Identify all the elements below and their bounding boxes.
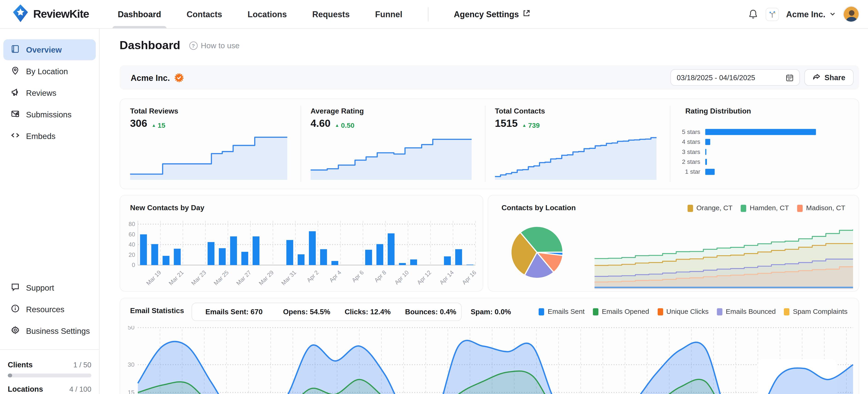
svg-text:Mar 31: Mar 31	[280, 269, 297, 286]
up-arrow-icon: ▲	[335, 123, 339, 128]
page-title: Dashboard	[120, 39, 180, 52]
company-logo-icon	[766, 8, 779, 21]
svg-text:Mar 19: Mar 19	[145, 269, 162, 286]
bounces-stat: Bounces: 0.4%	[398, 307, 463, 316]
svg-text:Mar 23: Mar 23	[190, 269, 207, 286]
sidebar-item-overview[interactable]: Overview	[3, 39, 96, 60]
contacts-by-location-line-chart	[594, 217, 853, 289]
top-header: ReviewKite Dashboard Contacts Locations …	[0, 0, 868, 29]
client-bar: Acme Inc. 03/18/2025 - 04/16/2025	[120, 65, 859, 90]
location-legend: Orange, CT Hamden, CT Madison, CT	[688, 204, 845, 212]
header-right-cluster: Acme Inc.	[748, 6, 859, 22]
rating-row-bar	[705, 149, 707, 155]
clients-label: Clients	[8, 361, 33, 369]
rating-distribution-card: Rating Distribution 5 stars4 stars3 star…	[670, 99, 860, 189]
svg-text:50: 50	[128, 326, 134, 331]
legend-swatch	[797, 204, 803, 211]
legend-emails-sent: Emails Sent	[539, 307, 585, 316]
mail-lock-icon	[10, 109, 20, 120]
account-switcher[interactable]: Acme Inc.	[786, 9, 836, 19]
rating-row-bar	[705, 168, 714, 174]
sidebar-item-by-location[interactable]: By Location	[3, 61, 96, 82]
share-icon	[813, 73, 821, 82]
legend-hamden-ct: Hamden, CT	[741, 204, 789, 212]
rating-row-label: 5 stars	[670, 128, 705, 135]
rating-row: 5 stars	[670, 127, 816, 137]
rating-row-bar	[705, 129, 816, 135]
legend-madison-ct: Madison, CT	[797, 204, 845, 212]
new-contacts-by-day-card: New Contacts by Day Mar 19Mar 21Mar 23Ma…	[120, 195, 483, 292]
brand-logo[interactable]: ReviewKite	[12, 4, 89, 25]
locations-value: 4 / 100	[69, 385, 91, 394]
book-icon	[10, 44, 20, 55]
notification-bell-icon[interactable]	[748, 9, 758, 20]
svg-text:Apr 14: Apr 14	[438, 269, 455, 286]
nav-agency-settings[interactable]: Agency Settings	[454, 9, 531, 19]
main-content: Dashboard ? How to use Acme Inc. 03/18/2…	[100, 29, 868, 394]
rating-distribution-chart: 5 stars4 stars3 stars2 stars1 star	[670, 127, 816, 177]
sidebar-item-resources[interactable]: Resources	[3, 299, 96, 320]
rating-row: 1 star	[670, 167, 816, 176]
svg-text:Mar 29: Mar 29	[257, 269, 275, 286]
user-avatar[interactable]	[843, 6, 859, 22]
legend-emails-bounced: Emails Bounced	[717, 307, 776, 316]
map-pin-icon	[10, 66, 20, 77]
sidebar-item-submissions[interactable]: Submissions	[3, 104, 96, 125]
date-range-picker[interactable]: 03/18/2025 - 04/16/2025	[671, 69, 800, 86]
external-link-icon	[523, 9, 531, 19]
svg-text:Apr 2: Apr 2	[305, 269, 320, 284]
nav-locations[interactable]: Locations	[248, 0, 287, 29]
average-rating-card: Average Rating 4.60 ▲ 0.50	[301, 99, 485, 189]
total-reviews-card: Total Reviews 306 ▲ 15	[120, 99, 301, 189]
question-mark-icon: ?	[189, 41, 197, 50]
nav-contacts[interactable]: Contacts	[187, 0, 222, 29]
svg-text:60: 60	[129, 231, 135, 237]
up-arrow-icon: ▲	[152, 123, 156, 128]
legend-spam-complaints: Spam Complaints	[784, 307, 847, 316]
contacts-by-location-pie-chart	[504, 219, 570, 286]
how-to-use-link[interactable]: ? How to use	[189, 41, 240, 50]
chat-bubble-icon	[10, 282, 20, 293]
share-button[interactable]: Share	[805, 69, 854, 86]
legend-swatch	[593, 308, 598, 315]
email-statistics-title: Email Statistics	[130, 306, 184, 315]
total-reviews-sparkline	[130, 133, 287, 180]
total-contacts-sparkline	[495, 133, 656, 180]
total-reviews-value: 306	[130, 118, 147, 130]
svg-text:Apr 10: Apr 10	[393, 269, 410, 286]
total-contacts-value: 1515	[495, 118, 518, 130]
clicks-stat: Clicks: 12.4%	[337, 307, 398, 316]
svg-text:Apr 6: Apr 6	[350, 269, 365, 284]
sidebar: Overview By Location Reviews	[0, 29, 100, 394]
svg-text:20: 20	[129, 252, 135, 258]
legend-unique-clicks: Unique Clicks	[657, 307, 709, 316]
legend-swatch	[688, 204, 693, 211]
new-contacts-bar-chart: Mar 19Mar 21Mar 23Mar 25Mar 27Mar 29Mar …	[120, 195, 484, 292]
average-rating-sparkline	[310, 133, 472, 180]
nav-dashboard[interactable]: Dashboard	[118, 0, 161, 29]
legend-orange-ct: Orange, CT	[688, 204, 733, 212]
legend-swatch	[539, 308, 545, 315]
nav-funnel[interactable]: Funnel	[375, 0, 402, 29]
sidebar-item-business-settings[interactable]: Business Settings	[3, 321, 96, 341]
stats-panel: Total Reviews 306 ▲ 15 Average Rating 4.…	[120, 99, 859, 189]
calendar-icon	[786, 73, 794, 81]
spam-stat: Spam: 0.0%	[464, 307, 518, 316]
rating-row: 4 stars	[670, 137, 816, 146]
total-contacts-delta: ▲ 739	[522, 122, 540, 130]
svg-text:Apr 4: Apr 4	[328, 269, 342, 284]
account-company-name: Acme Inc.	[786, 9, 826, 19]
rating-row-label: 3 stars	[670, 149, 705, 155]
info-circle-icon	[10, 304, 20, 315]
rating-distribution-title: Rating Distribution	[685, 107, 751, 115]
reviewkite-app: ReviewKite Dashboard Contacts Locations …	[0, 0, 868, 394]
sidebar-item-embeds[interactable]: Embeds	[3, 126, 96, 147]
total-reviews-delta: ▲ 15	[152, 122, 165, 130]
email-area-chart: 153050	[120, 326, 860, 394]
sidebar-item-support[interactable]: Support	[3, 277, 96, 298]
svg-text:80: 80	[129, 221, 135, 227]
nav-requests[interactable]: Requests	[312, 0, 350, 29]
brand-name: ReviewKite	[33, 8, 89, 21]
rating-row: 2 stars	[670, 157, 816, 167]
sidebar-item-reviews[interactable]: Reviews	[3, 83, 96, 104]
